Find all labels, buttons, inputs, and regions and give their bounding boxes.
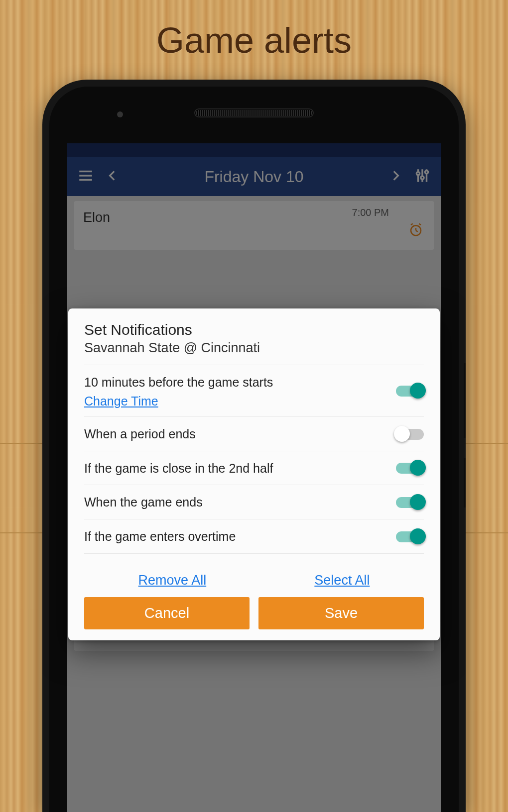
toggle-switch[interactable] xyxy=(396,497,424,508)
alarm-button[interactable] xyxy=(407,222,425,240)
phone-speaker xyxy=(194,108,314,117)
svg-line-12 xyxy=(411,224,413,225)
change-time-link[interactable]: Change Time xyxy=(84,394,273,408)
notification-option: When the game ends xyxy=(84,485,424,519)
dialog-title: Set Notifications xyxy=(84,321,424,338)
toggle-switch[interactable] xyxy=(396,463,424,474)
svg-line-13 xyxy=(419,224,421,225)
toggle-switch[interactable] xyxy=(396,429,424,440)
option-label: When the game ends xyxy=(84,494,203,511)
hamburger-icon xyxy=(77,167,94,186)
alarm-icon xyxy=(408,222,423,239)
option-label: If the game enters overtime xyxy=(84,528,236,545)
phone-camera xyxy=(117,111,123,117)
prev-day-button[interactable] xyxy=(99,163,126,190)
phone-side-button xyxy=(464,363,466,438)
notification-option: When a period ends xyxy=(84,417,424,451)
remove-all-link[interactable]: Remove All xyxy=(138,573,207,588)
option-label: If the game is close in the 2nd half xyxy=(84,460,273,477)
filter-button[interactable] xyxy=(409,163,436,190)
next-day-button[interactable] xyxy=(382,163,409,190)
app-header: Friday Nov 10 xyxy=(67,157,441,196)
save-button[interactable]: Save xyxy=(258,597,424,629)
cancel-button[interactable]: Cancel xyxy=(84,597,250,629)
svg-point-8 xyxy=(425,171,428,174)
toggle-switch[interactable] xyxy=(396,531,424,542)
notification-option: If the game is close in the 2nd half xyxy=(84,451,424,486)
phone-frame: Friday Nov 10 xyxy=(42,80,466,812)
chevron-right-icon xyxy=(389,169,402,184)
status-bar xyxy=(67,143,441,157)
toggle-switch[interactable] xyxy=(396,386,424,397)
option-label: 10 minutes before the game starts xyxy=(84,374,273,391)
phone-side-button xyxy=(464,458,466,508)
notification-option: If the game enters overtime xyxy=(84,519,424,554)
notification-option: 10 minutes before the game starts Change… xyxy=(84,365,424,417)
page-heading: Game alerts xyxy=(0,20,508,61)
sliders-icon xyxy=(414,167,431,186)
menu-button[interactable] xyxy=(72,163,99,190)
svg-point-6 xyxy=(421,176,424,179)
chevron-left-icon xyxy=(106,169,119,184)
svg-line-11 xyxy=(416,230,418,232)
game-time: 7:00 PM xyxy=(352,207,389,218)
option-label: When a period ends xyxy=(84,426,196,443)
svg-point-4 xyxy=(416,172,419,175)
select-all-link[interactable]: Select All xyxy=(314,573,370,588)
header-date[interactable]: Friday Nov 10 xyxy=(126,168,382,186)
dialog-subtitle: Savannah State @ Cincinnati xyxy=(84,340,424,356)
notifications-dialog: Set Notifications Savannah State @ Cinci… xyxy=(68,308,440,640)
game-card[interactable]: Elon 7:00 PM xyxy=(74,201,434,250)
